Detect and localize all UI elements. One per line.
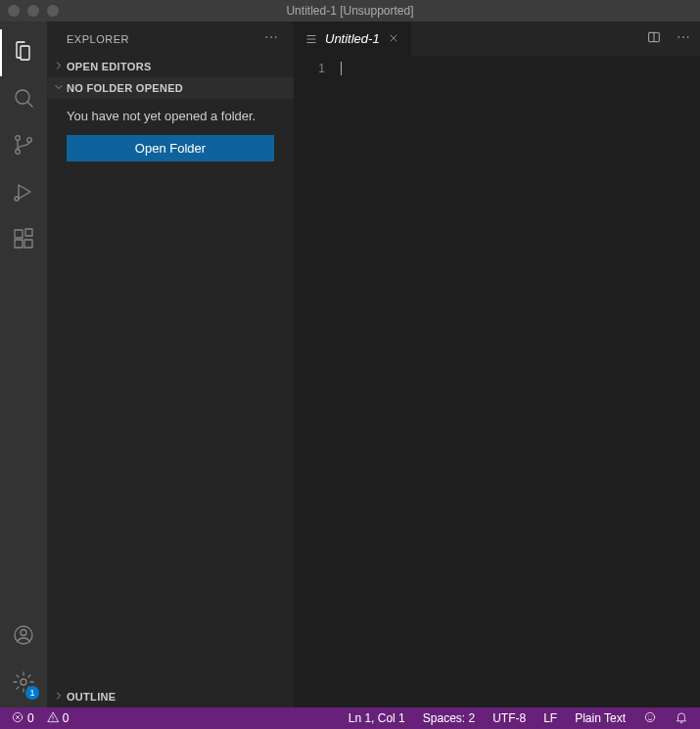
svg-point-13	[270, 36, 272, 38]
svg-rect-7	[24, 240, 32, 248]
editor-more-button[interactable]	[673, 28, 694, 50]
extensions-icon	[12, 227, 35, 254]
minimize-window-button[interactable]	[27, 5, 39, 17]
section-outline[interactable]: OUTLINE	[47, 686, 294, 707]
status-warnings[interactable]: 0	[43, 707, 72, 729]
svg-point-16	[678, 36, 680, 38]
files-icon	[12, 39, 35, 67]
status-notifications[interactable]	[671, 707, 692, 729]
warning-icon	[46, 710, 60, 727]
tab-untitled-1[interactable]: Untitled-1	[294, 22, 412, 56]
line-number: 1	[294, 60, 325, 77]
activity-debug[interactable]	[0, 170, 47, 217]
status-errors-count: 0	[27, 711, 34, 725]
svg-point-20	[645, 712, 654, 721]
window-controls	[8, 5, 59, 17]
error-icon	[11, 710, 24, 727]
tab-bar: Untitled-1	[294, 22, 700, 56]
chevron-down-icon	[51, 81, 67, 96]
feedback-icon	[643, 710, 657, 727]
section-open-editors-label: OPEN EDITORS	[67, 61, 152, 72]
split-editor-button[interactable]	[643, 28, 665, 50]
status-warnings-count: 0	[63, 711, 70, 725]
activity-bar: 1	[0, 22, 47, 707]
sidebar-more-button[interactable]	[260, 28, 282, 50]
activity-extensions[interactable]	[0, 217, 47, 264]
no-folder-message: You have not yet opened a folder.	[67, 109, 274, 123]
svg-point-11	[21, 679, 26, 685]
account-icon	[12, 623, 35, 651]
activity-source-control[interactable]	[0, 123, 47, 170]
svg-point-12	[266, 36, 268, 38]
status-language[interactable]: Plain Text	[571, 707, 630, 729]
split-horizontal-icon	[646, 29, 662, 49]
sidebar-title: EXPLORER	[67, 33, 129, 45]
chevron-right-icon	[51, 60, 67, 74]
file-icon	[303, 31, 319, 47]
window-title: Untitled-1 [Unsupported]	[286, 4, 413, 18]
svg-point-14	[275, 36, 277, 38]
sidebar: EXPLORER OPEN EDITORS NO FOLDER OPENED	[47, 22, 294, 707]
bell-icon	[675, 710, 688, 727]
status-feedback[interactable]	[639, 707, 661, 729]
git-branch-icon	[12, 133, 35, 160]
activity-explorer[interactable]	[0, 29, 47, 76]
activity-settings[interactable]: 1	[0, 661, 47, 707]
code-area[interactable]	[341, 56, 690, 707]
status-cursor-position[interactable]: Ln 1, Col 1	[345, 707, 409, 729]
status-encoding[interactable]: UTF-8	[489, 707, 530, 729]
status-eol[interactable]: LF	[539, 707, 561, 729]
ellipsis-icon	[263, 29, 279, 49]
editor-group: Untitled-1	[294, 22, 700, 707]
editor-body[interactable]: 1	[294, 56, 700, 707]
settings-badge: 1	[25, 686, 39, 700]
activity-accounts[interactable]	[0, 614, 47, 661]
close-icon	[388, 31, 399, 47]
status-indentation[interactable]: Spaces: 2	[419, 707, 479, 729]
svg-point-2	[16, 150, 21, 155]
section-outline-label: OUTLINE	[67, 691, 116, 703]
svg-point-3	[27, 138, 32, 143]
activity-search[interactable]	[0, 76, 47, 123]
svg-rect-5	[15, 230, 23, 238]
titlebar: Untitled-1 [Unsupported]	[0, 0, 700, 22]
svg-rect-8	[25, 229, 32, 236]
tab-close-button[interactable]	[386, 31, 401, 47]
search-icon	[12, 86, 35, 114]
svg-point-18	[687, 36, 689, 38]
svg-rect-6	[15, 240, 23, 248]
section-no-folder-label: NO FOLDER OPENED	[67, 82, 183, 94]
close-window-button[interactable]	[8, 5, 20, 17]
zoom-window-button[interactable]	[47, 5, 59, 17]
tab-label: Untitled-1	[325, 31, 380, 46]
ellipsis-icon	[676, 29, 691, 49]
status-errors[interactable]: 0	[8, 707, 37, 729]
chevron-right-icon	[51, 690, 67, 705]
section-no-folder[interactable]: NO FOLDER OPENED	[47, 77, 294, 99]
svg-point-0	[16, 90, 29, 104]
minimap[interactable]	[690, 56, 700, 707]
section-open-editors[interactable]: OPEN EDITORS	[47, 56, 294, 77]
svg-point-1	[16, 136, 21, 141]
status-bar: 0 0 Ln 1, Col 1 Spaces: 2 UTF-8 LF Plain…	[0, 707, 700, 729]
open-folder-button[interactable]: Open Folder	[67, 135, 274, 161]
line-gutter: 1	[294, 56, 341, 707]
svg-point-17	[682, 36, 684, 38]
svg-point-4	[15, 197, 19, 201]
debug-icon	[12, 180, 35, 207]
svg-point-10	[21, 630, 26, 636]
